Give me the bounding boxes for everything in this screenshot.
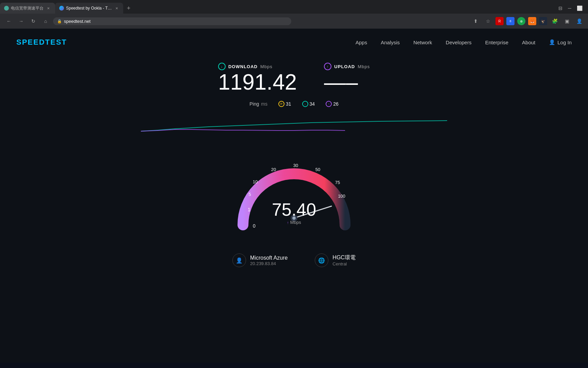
minimize-icon[interactable]: ⊟ xyxy=(558,5,562,11)
download-label: ↓ DOWNLOAD Mbps xyxy=(218,63,273,70)
gauge-container: 0 1 5 10 20 30 50 75 100 75.40 ↑ Mbps xyxy=(226,136,362,245)
chart-area xyxy=(141,112,447,133)
login-icon: 👤 xyxy=(549,39,555,45)
ext-red[interactable]: R xyxy=(495,17,504,25)
server-ip: 20.239.83.84 xyxy=(250,261,288,266)
svg-text:10: 10 xyxy=(253,179,258,184)
idle-ping-icon: ⟳ xyxy=(278,101,284,107)
tab-1-title: 电信宽带测速平台 xyxy=(11,5,44,11)
ext-green[interactable]: ⊕ xyxy=(517,17,525,25)
forward-button[interactable]: → xyxy=(16,16,26,26)
extensions-icon[interactable]: 🧩 xyxy=(550,16,559,26)
upload-unit: Mbps xyxy=(358,64,370,69)
server-block-right: 🌐 HGC環電 Central xyxy=(315,254,356,267)
url-bar[interactable]: 🔒 speedtest.net xyxy=(53,17,291,25)
server-block-left: 👤 Microsoft Azure 20.239.83.84 xyxy=(232,254,288,267)
main-content: ↓ DOWNLOAD Mbps 1191.42 ↑ UPLOAD Mbps —–… xyxy=(0,56,588,363)
address-bar: ← → ↻ ⌂ 🔒 speedtest.net ⬆ ☆ R 8 ⊕ 🦊 🦅 🧩 … xyxy=(0,14,588,29)
site-logo: SPEEDTEST xyxy=(16,38,67,47)
dl-ping-value: 34 xyxy=(310,101,315,107)
server-name: Microsoft Azure xyxy=(250,255,288,261)
tab-2-title: Speedtest by Ookla - The Glo... xyxy=(66,6,113,11)
isp-sub: Central xyxy=(332,261,356,266)
gauge-center-value: 75.40 ↑ Mbps xyxy=(272,201,316,225)
server-info: 👤 Microsoft Azure 20.239.83.84 🌐 HGC環電 C… xyxy=(232,254,356,267)
profile-icon[interactable]: 👤 xyxy=(574,16,584,26)
svg-text:1: 1 xyxy=(248,207,250,212)
ping-upload: ↑ 26 xyxy=(326,101,339,107)
gauge-unit-text: Mbps xyxy=(290,220,301,225)
ping-unit: ms xyxy=(261,101,267,107)
upload-label: ↑ UPLOAD Mbps xyxy=(324,63,370,70)
nav-apps[interactable]: Apps xyxy=(356,40,367,45)
svg-text:30: 30 xyxy=(293,163,298,168)
toolbar-icons: ⬆ ☆ R 8 ⊕ 🦊 🦅 🧩 ▣ 👤 xyxy=(471,16,584,26)
sidebar-icon[interactable]: ▣ xyxy=(562,16,572,26)
browser-chrome: 电信宽带测速平台 ✕ Speedtest by Ookla - The Glo.… xyxy=(0,0,588,29)
upload-text: UPLOAD xyxy=(334,64,355,69)
speed-info: ↓ DOWNLOAD Mbps 1191.42 ↑ UPLOAD Mbps —– xyxy=(218,63,370,94)
ext-owl[interactable]: 🦅 xyxy=(539,17,547,25)
isp-name: HGC環電 xyxy=(332,254,356,261)
tab-2[interactable]: Speedtest by Ookla - The Glo... ✕ xyxy=(55,3,123,14)
gauge-unit: ↑ Mbps xyxy=(272,220,316,225)
window-controls: ⊟ ─ ⬜ xyxy=(558,5,588,11)
home-button[interactable]: ⌂ xyxy=(41,16,50,26)
lock-icon: 🔒 xyxy=(57,19,62,24)
upload-value: —– xyxy=(324,70,358,94)
login-label: Log In xyxy=(557,40,572,45)
ping-text: Ping xyxy=(249,101,259,107)
logo-text: SPEEDTEST xyxy=(16,38,67,46)
svg-text:20: 20 xyxy=(271,167,276,172)
tab-2-icon xyxy=(59,6,64,11)
nav-network[interactable]: Network xyxy=(413,40,432,45)
ping-download: ↓ 34 xyxy=(302,101,315,107)
tab-2-close[interactable]: ✕ xyxy=(115,5,119,11)
ping-row: Ping ms ⟳ 31 ↓ 34 ↑ 26 xyxy=(249,101,338,107)
nav-about[interactable]: About xyxy=(522,40,535,45)
gauge-number: 75.40 xyxy=(272,201,316,218)
svg-text:5: 5 xyxy=(248,192,251,197)
download-unit: Mbps xyxy=(260,64,273,69)
nav-login[interactable]: 👤 Log In xyxy=(549,39,572,45)
tab-bar: 电信宽带测速平台 ✕ Speedtest by Ookla - The Glo.… xyxy=(0,0,588,14)
back-button[interactable]: ← xyxy=(4,16,14,26)
svg-text:75: 75 xyxy=(335,180,340,185)
tab-1-close[interactable]: ✕ xyxy=(46,5,51,11)
ul-ping-value: 26 xyxy=(333,101,339,107)
bookmark-icon[interactable]: ☆ xyxy=(483,16,493,26)
tab-1-icon xyxy=(4,6,9,11)
gauge-unit-upload-icon: ↑ xyxy=(287,220,289,225)
svg-text:0: 0 xyxy=(253,223,256,229)
site-header: SPEEDTEST Apps Analysis Network Develope… xyxy=(0,29,588,56)
gauge-svg: 0 1 5 10 20 30 50 75 100 xyxy=(226,136,362,245)
download-value: 1191.42 xyxy=(218,70,297,94)
nav-analysis[interactable]: Analysis xyxy=(381,40,400,45)
upload-block: ↑ UPLOAD Mbps —– xyxy=(324,63,370,94)
tab-1[interactable]: 电信宽带测速平台 ✕ xyxy=(0,3,55,14)
isp-globe-icon: 🌐 xyxy=(315,254,328,267)
url-text: speedtest.net xyxy=(64,19,91,24)
close-icon[interactable]: ⬜ xyxy=(577,5,583,11)
nav-enterprise[interactable]: Enterprise xyxy=(485,40,508,45)
ping-idle: ⟳ 31 xyxy=(278,101,291,107)
ul-ping-icon: ↑ xyxy=(326,101,332,107)
ext-blue-badge[interactable]: 8 xyxy=(506,17,514,25)
server-text-left: Microsoft Azure 20.239.83.84 xyxy=(250,255,288,266)
svg-text:100: 100 xyxy=(338,194,345,199)
share-icon[interactable]: ⬆ xyxy=(471,16,480,26)
ext-fox[interactable]: 🦊 xyxy=(528,17,536,25)
reload-button[interactable]: ↻ xyxy=(29,16,38,26)
idle-ping-value: 31 xyxy=(286,101,291,107)
server-text-right: HGC環電 Central xyxy=(332,254,356,266)
new-tab-button[interactable]: + xyxy=(123,3,134,14)
nav-developers[interactable]: Developers xyxy=(446,40,472,45)
download-icon: ↓ xyxy=(218,63,226,70)
dl-ping-icon: ↓ xyxy=(302,101,308,107)
site-nav: Apps Analysis Network Developers Enterpr… xyxy=(356,39,572,45)
ping-label: Ping ms xyxy=(249,101,267,107)
download-text: DOWNLOAD xyxy=(228,64,258,69)
download-block: ↓ DOWNLOAD Mbps 1191.42 xyxy=(218,63,297,94)
speed-chart xyxy=(141,112,447,133)
maximize-icon[interactable]: ─ xyxy=(568,5,571,11)
